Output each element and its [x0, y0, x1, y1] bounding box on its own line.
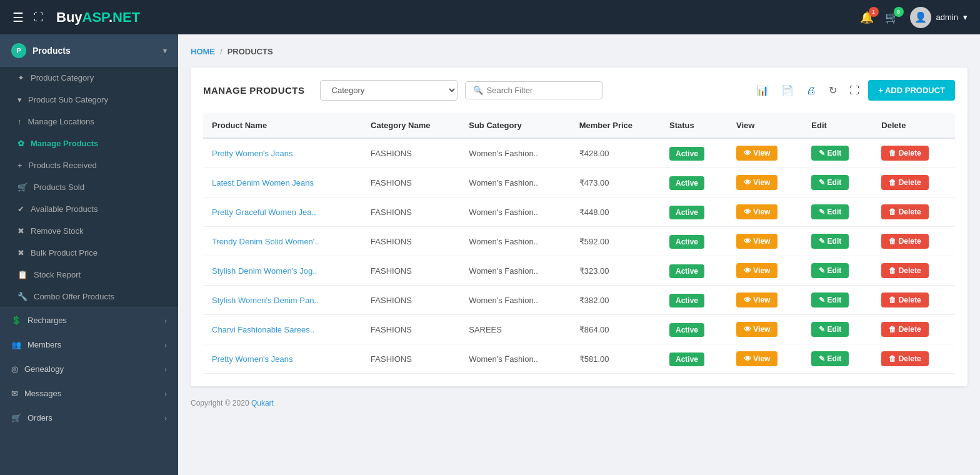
cell-product-name: Trendy Denim Solid Women'.. [203, 227, 362, 256]
status-badge: Active [669, 294, 704, 308]
product-link[interactable]: Charvi Fashionable Sarees.. [212, 325, 314, 334]
product-link[interactable]: Stylish Denim Women's Jog.. [212, 266, 317, 276]
edit-button[interactable]: ✎ Edit [811, 263, 849, 278]
edit-button[interactable]: ✎ Edit [811, 234, 849, 249]
delete-button[interactable]: 🗑 Delete [881, 234, 928, 249]
add-product-button[interactable]: + ADD PRODUCT [868, 80, 955, 101]
cell-view: 👁 View [728, 344, 802, 374]
product-link[interactable]: Pretty Graceful Women Jea.. [212, 208, 316, 217]
footer-text: Copyright © 2020 [191, 399, 251, 408]
search-input[interactable] [487, 86, 594, 95]
breadcrumb-home[interactable]: HOME [191, 47, 215, 56]
status-badge: Active [669, 147, 704, 161]
cell-edit: ✎ Edit [802, 168, 872, 198]
sidebar-item-orders[interactable]: 🛒 Orders › [0, 406, 178, 430]
delete-button[interactable]: 🗑 Delete [881, 263, 928, 278]
view-button[interactable]: 👁 View [736, 146, 778, 161]
cell-delete: 🗑 Delete [872, 227, 955, 256]
refresh-button[interactable]: ↻ [825, 82, 841, 99]
bulk-price-icon: ✖ [18, 248, 24, 258]
delete-button[interactable]: 🗑 Delete [881, 292, 928, 308]
sidebar-item-recharges[interactable]: 💲 Recharges › [0, 308, 178, 332]
cell-edit: ✎ Edit [802, 315, 872, 344]
category-select[interactable]: Category [320, 80, 458, 101]
delete-button[interactable]: 🗑 Delete [881, 146, 928, 161]
edit-button[interactable]: ✎ Edit [811, 292, 849, 308]
edit-button[interactable]: ✎ Edit [811, 204, 849, 219]
sidebar-item-product-sub-category[interactable]: ▾ Product Sub Category [0, 89, 178, 111]
cell-status: Active [661, 315, 728, 344]
products-header[interactable]: P Products ▾ [0, 34, 178, 67]
delete-button[interactable]: 🗑 Delete [881, 204, 928, 219]
product-link[interactable]: Stylish Women's Denim Pan.. [212, 296, 319, 305]
sub-category-icon: ▾ [18, 95, 22, 104]
view-button[interactable]: 👁 View [736, 292, 778, 308]
sidebar-item-bulk-product-price[interactable]: ✖ Bulk Product Price [0, 242, 178, 264]
sidebar-item-product-category[interactable]: ✦ Product Category [0, 67, 178, 89]
delete-button[interactable]: 🗑 Delete [881, 175, 928, 190]
expand-button[interactable]: ⛶ [34, 12, 44, 23]
products-icon: P [11, 43, 26, 58]
brand-buy: Buy [56, 9, 82, 25]
view-button[interactable]: 👁 View [736, 351, 778, 366]
delete-button[interactable]: 🗑 Delete [881, 322, 928, 337]
product-link[interactable]: Latest Denim Women Jeans [212, 178, 314, 188]
sidebar-item-products-sold[interactable]: 🛒 Products Sold [0, 176, 178, 198]
product-link[interactable]: Pretty Women's Jeans [212, 149, 292, 158]
sidebar-item-combo-offer[interactable]: 🔧 Combo Offer Products [0, 286, 178, 308]
admin-menu[interactable]: 👤 admin ▾ [910, 7, 968, 28]
sidebar-item-messages[interactable]: ✉ Messages › [0, 381, 178, 406]
view-button[interactable]: 👁 View [736, 234, 778, 249]
cell-sub-category: Women's Fashion.. [460, 256, 571, 286]
products-submenu: ✦ Product Category ▾ Product Sub Categor… [0, 67, 178, 308]
sidebar-item-remove-stock[interactable]: ✖ Remove Stock [0, 220, 178, 242]
cell-price: ₹473.00 [571, 168, 661, 198]
status-badge: Active [669, 235, 704, 249]
print-button[interactable]: 🖨 [802, 82, 820, 99]
export-pdf-button[interactable]: 📄 [778, 82, 798, 99]
sidebar-item-manage-locations[interactable]: ↑ Manage Locations [0, 111, 178, 132]
edit-button[interactable]: ✎ Edit [811, 351, 849, 366]
view-button[interactable]: 👁 View [736, 322, 778, 337]
view-button[interactable]: 👁 View [736, 263, 778, 278]
cell-edit: ✎ Edit [802, 256, 872, 286]
cell-category: FASHIONS [362, 344, 460, 374]
stock-report-icon: 📋 [18, 270, 28, 279]
sidebar-item-stock-report[interactable]: 📋 Stock Report [0, 264, 178, 286]
available-icon: ✔ [18, 204, 24, 214]
cart-button[interactable]: 🛒 8 [885, 11, 899, 24]
edit-button[interactable]: ✎ Edit [811, 175, 849, 190]
footer: Copyright © 2020 Qukart [191, 399, 968, 408]
sidebar-item-manage-products[interactable]: ✿ Manage Products [0, 132, 178, 154]
messages-icon: ✉ [11, 389, 18, 398]
product-link[interactable]: Trendy Denim Solid Women'.. [212, 237, 319, 246]
notification-button[interactable]: 🔔 1 [860, 11, 874, 24]
hamburger-button[interactable]: ☰ [12, 10, 24, 25]
export-excel-button[interactable]: 📊 [752, 82, 772, 99]
fullscreen-button[interactable]: ⛶ [846, 82, 863, 99]
sidebar-item-members[interactable]: 👥 Members › [0, 332, 178, 357]
edit-button[interactable]: ✎ Edit [811, 322, 849, 337]
view-button[interactable]: 👁 View [736, 204, 778, 219]
sidebar-item-genealogy[interactable]: ◎ Genealogy › [0, 357, 178, 381]
navbar-icons: 🔔 1 🛒 8 👤 admin ▾ [860, 7, 968, 28]
sidebar-item-available-products[interactable]: ✔ Available Products [0, 198, 178, 220]
edit-button[interactable]: ✎ Edit [811, 146, 849, 161]
sidebar-item-products-received[interactable]: + Products Received [0, 154, 178, 176]
sidebar-item-label: Manage Locations [28, 117, 94, 126]
view-button[interactable]: 👁 View [736, 175, 778, 190]
product-link[interactable]: Pretty Women's Jeans [212, 354, 292, 364]
col-status: Status [661, 113, 728, 138]
cell-status: Active [661, 198, 728, 227]
products-section: P Products ▾ ✦ Product Category ▾ Produc… [0, 34, 178, 308]
delete-button[interactable]: 🗑 Delete [881, 351, 928, 366]
sidebar-item-label: Combo Offer Products [34, 292, 114, 301]
footer-brand-link[interactable]: Qukart [251, 399, 274, 408]
avatar: 👤 [910, 7, 931, 28]
arrow-icon: › [164, 341, 167, 349]
cell-edit: ✎ Edit [802, 344, 872, 374]
cell-sub-category: Women's Fashion.. [460, 198, 571, 227]
cell-category: FASHIONS [362, 315, 460, 344]
cell-category: FASHIONS [362, 286, 460, 315]
main-content: HOME / PRODUCTS MANAGE PRODUCTS Category… [178, 34, 980, 475]
